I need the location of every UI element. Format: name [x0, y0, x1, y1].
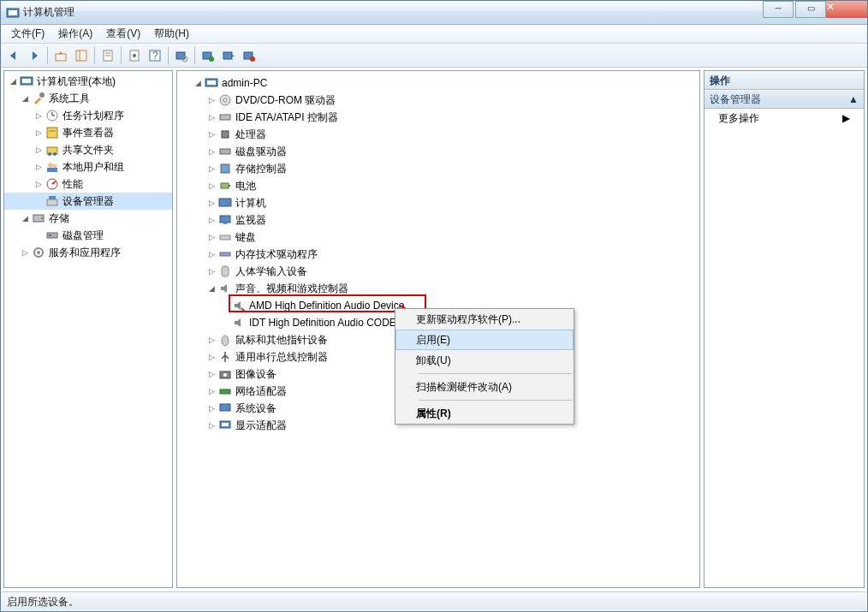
context-menu: 更新驱动程序软件(P)... 启用(E) 卸载(U) 扫描检测硬件改动(A) 属… [395, 308, 574, 425]
uninstall-device-button[interactable] [240, 46, 259, 65]
window-controls: ─ ▭ ✕ [761, 1, 867, 18]
tree-local-users[interactable]: ▷本地用户和组 [4, 158, 172, 175]
svg-rect-44 [207, 80, 216, 85]
up-button[interactable] [51, 46, 70, 65]
device-computer[interactable]: ▷计算机 [177, 194, 699, 211]
tree-disk-management[interactable]: ▷磁盘管理 [4, 227, 172, 244]
shared-folder-icon [45, 143, 59, 157]
app-icon [6, 6, 20, 20]
menu-action[interactable]: 操作(A) [51, 25, 99, 43]
svg-point-9 [133, 54, 136, 57]
device-root[interactable]: ◢admin-PC [177, 74, 699, 92]
svg-point-46 [223, 98, 227, 102]
label: 计算机 [235, 196, 266, 211]
tree-system-tools[interactable]: ◢系统工具 [4, 90, 172, 107]
ctx-separator [419, 400, 572, 401]
device-sound[interactable]: ◢声音、视频和游戏控制器 [177, 280, 699, 297]
label: DVD/CD-ROM 驱动器 [235, 93, 336, 108]
status-text: 启用所选设备。 [7, 596, 79, 608]
computer-icon [218, 196, 232, 210]
label: IDE ATA/ATAPI 控制器 [235, 110, 338, 125]
svg-rect-39 [47, 233, 57, 238]
device-cpu[interactable]: ▷处理器 [177, 126, 699, 143]
audio-device-icon [232, 316, 246, 330]
show-hide-tree-button[interactable] [72, 46, 91, 65]
menu-view[interactable]: 查看(V) [99, 25, 147, 43]
event-icon [45, 126, 59, 140]
camera-icon [218, 367, 232, 381]
scan-hardware-button[interactable] [172, 46, 191, 65]
label: 设备管理器 [710, 90, 761, 109]
keyboard-icon [218, 230, 232, 244]
svg-rect-55 [223, 223, 227, 224]
device-memtech[interactable]: ▷内存技术驱动程序 [177, 246, 699, 263]
ctx-uninstall[interactable]: 卸载(U) [395, 350, 574, 371]
left-tree-pane[interactable]: ◢计算机管理(本地) ◢系统工具 ▷任务计划程序 ▷事件查看器 ▷共享文件夹 ▷… [3, 70, 173, 588]
svg-rect-25 [47, 128, 57, 138]
properties-button[interactable] [98, 46, 117, 65]
label: 电池 [235, 179, 256, 193]
tree-services-apps[interactable]: ▷服务和应用程序 [4, 244, 172, 261]
tree-storage[interactable]: ◢存储 [4, 210, 172, 227]
refresh-button[interactable] [125, 46, 144, 65]
forward-button[interactable] [25, 46, 44, 65]
sound-icon [218, 282, 232, 295]
label: 系统工具 [49, 92, 90, 106]
menu-help[interactable]: 帮助(H) [147, 25, 196, 43]
back-button[interactable] [4, 46, 23, 65]
label: 磁盘管理 [62, 229, 104, 243]
hid-icon [218, 264, 232, 278]
label: 启用(E) [416, 333, 450, 348]
label: 性能 [62, 177, 83, 192]
label: 通用串行总线控制器 [235, 350, 328, 365]
monitor-icon [218, 213, 232, 227]
label: 存储控制器 [235, 162, 287, 176]
label: 更多操作 [718, 109, 759, 128]
tree-shared-folders[interactable]: ▷共享文件夹 [4, 141, 172, 158]
device-storage-ctrl[interactable]: ▷存储控制器 [177, 160, 699, 177]
services-icon [32, 246, 45, 259]
toolbar: ? [1, 44, 867, 68]
svg-rect-50 [221, 164, 229, 173]
left-tree: ◢计算机管理(本地) ◢系统工具 ▷任务计划程序 ▷事件查看器 ▷共享文件夹 ▷… [4, 71, 172, 263]
network-icon [218, 384, 232, 398]
tree-performance[interactable]: ▷性能 [4, 175, 172, 193]
tree-device-manager[interactable]: ▷设备管理器 [4, 193, 172, 210]
ctx-update-driver[interactable]: 更新驱动程序软件(P)... [395, 309, 574, 330]
tree-task-scheduler[interactable]: ▷任务计划程序 [4, 107, 172, 124]
label: 处理器 [235, 128, 266, 142]
menu-file[interactable]: 文件(F) [4, 25, 51, 43]
actions-device-manager[interactable]: 设备管理器 ▲ [705, 90, 864, 109]
close-button[interactable]: ✕ [826, 1, 867, 18]
device-tree-pane[interactable]: ◢admin-PC ▷DVD/CD-ROM 驱动器 ▷IDE ATA/ATAPI… [176, 70, 700, 588]
battery-icon [218, 179, 232, 193]
tree-root-computer-management[interactable]: ◢计算机管理(本地) [4, 73, 172, 90]
ctx-scan[interactable]: 扫描检测硬件改动(A) [395, 377, 574, 397]
svg-rect-40 [49, 235, 51, 236]
usb-icon [218, 350, 232, 364]
svg-point-28 [48, 152, 51, 156]
ctx-properties[interactable]: 属性(R) [395, 403, 574, 424]
dvd-icon [218, 93, 232, 107]
computer-management-window: 计算机管理 ─ ▭ ✕ 文件(F) 操作(A) 查看(V) 帮助(H) ? [0, 0, 868, 612]
device-ide[interactable]: ▷IDE ATA/ATAPI 控制器 [177, 109, 699, 126]
device-battery[interactable]: ▷电池 [177, 177, 699, 194]
maximize-button[interactable]: ▭ [795, 1, 826, 18]
device-hid[interactable]: ▷人体学输入设备 [177, 263, 699, 280]
update-driver-button[interactable] [219, 46, 238, 65]
actions-pane: 操作 设备管理器 ▲ 更多操作 ▶ [704, 70, 865, 588]
svg-rect-51 [221, 183, 229, 188]
ctx-enable[interactable]: 启用(E) [395, 330, 574, 350]
device-keyboard[interactable]: ▷键盘 [177, 229, 699, 246]
label: 系统设备 [235, 401, 276, 416]
label: 卸载(U) [416, 354, 451, 368]
tree-event-viewer[interactable]: ▷事件查看器 [4, 124, 172, 141]
actions-more[interactable]: 更多操作 ▶ [705, 109, 864, 128]
disk-icon [45, 229, 59, 242]
enable-device-button[interactable] [199, 46, 217, 65]
device-disk-drives[interactable]: ▷磁盘驱动器 [177, 143, 699, 160]
device-dvd[interactable]: ▷DVD/CD-ROM 驱动器 [177, 92, 699, 109]
device-monitors[interactable]: ▷监视器 [177, 211, 699, 229]
minimize-button[interactable]: ─ [763, 1, 794, 18]
help-button[interactable]: ? [146, 46, 164, 65]
